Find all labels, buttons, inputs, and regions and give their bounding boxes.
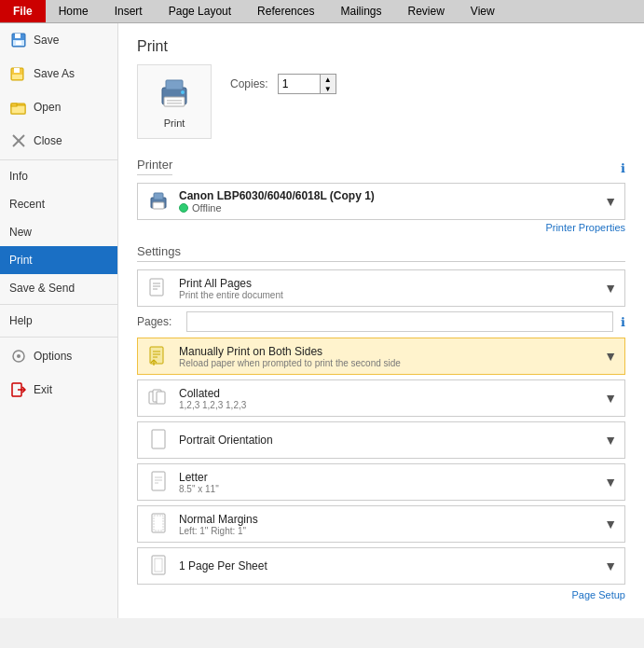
pages-per-sheet-arrow: ▼ (604, 558, 617, 573)
svg-rect-5 (14, 68, 20, 73)
settings-section-title: Settings (137, 244, 625, 262)
save-as-icon (9, 64, 28, 83)
page-setup-link[interactable]: Page Setup (137, 589, 625, 600)
page-title: Print (137, 38, 625, 55)
collated-icon (145, 385, 171, 411)
print-all-pages-arrow: ▼ (604, 281, 617, 296)
tab-review[interactable]: Review (394, 0, 457, 22)
margins-arrow: ▼ (604, 517, 617, 531)
setting-orientation[interactable]: Portrait Orientation ▼ (137, 421, 625, 459)
sidebar-divider-2 (0, 304, 117, 305)
content-area: Print Print Copies: (118, 23, 644, 618)
print-btn-label: Print (164, 117, 185, 129)
margins-page-icon (150, 513, 167, 535)
printer-info-icon[interactable]: ℹ (621, 161, 625, 175)
open-icon (9, 98, 28, 117)
pages-input[interactable] (186, 311, 613, 332)
pages-info-icon[interactable]: ℹ (621, 315, 625, 329)
manually-print-text: Manually Print on Both Sides Reload pape… (179, 345, 596, 368)
print-all-pages-text: Print All Pages Print the entire documen… (179, 277, 596, 300)
orientation-title: Portrait Orientation (179, 434, 596, 447)
print-button[interactable]: Print (137, 64, 212, 139)
collated-title: Collated (179, 387, 596, 400)
pages-per-sheet-text: 1 Page Per Sheet (179, 559, 596, 572)
close-icon (9, 131, 28, 150)
copies-input[interactable] (279, 76, 320, 92)
sidebar-label-recent: Recent (9, 198, 45, 211)
orientation-text: Portrait Orientation (179, 434, 596, 447)
printer-info: Canon LBP6030/6040/6018L (Copy 1) Offlin… (179, 189, 596, 214)
print-all-pages-title: Print All Pages (179, 277, 596, 290)
main-layout: Save Save As Open (0, 23, 644, 618)
orientation-icon (145, 427, 171, 453)
sidebar-item-recent[interactable]: Recent (0, 190, 117, 218)
setting-pages-per-sheet[interactable]: 1 Page Per Sheet ▼ (137, 547, 625, 585)
svg-rect-17 (166, 80, 183, 90)
printer-selector[interactable]: Canon LBP6030/6040/6018L (Copy 1) Offlin… (137, 183, 625, 220)
setting-manually-print[interactable]: Manually Print on Both Sides Reload pape… (137, 338, 625, 375)
sidebar-item-print[interactable]: Print (0, 246, 117, 274)
paper-size-icon (145, 469, 171, 495)
tab-file[interactable]: File (0, 0, 46, 22)
copies-section: Copies: ▲ ▼ (230, 64, 336, 94)
setting-margins[interactable]: Normal Margins Left: 1" Right: 1" ▼ (137, 505, 625, 543)
options-icon (9, 347, 28, 365)
sidebar-label-info: Info (9, 170, 28, 183)
save-icon (9, 31, 28, 49)
printer-status-text: Offline (192, 202, 222, 214)
svg-rect-25 (150, 279, 163, 296)
tab-insert[interactable]: Insert (102, 0, 156, 22)
sidebar-label-save: Save (34, 34, 59, 47)
svg-rect-20 (167, 103, 182, 104)
setting-collated[interactable]: Collated 1,2,3 1,2,3 1,2,3 ▼ (137, 379, 625, 417)
tab-references[interactable]: References (244, 0, 327, 22)
printer-properties-link[interactable]: Printer Properties (137, 222, 625, 233)
sidebar-item-options[interactable]: Options (0, 339, 117, 373)
sidebar-item-save[interactable]: Save (0, 23, 117, 57)
sidebar-item-open[interactable]: Open (0, 90, 117, 124)
printer-dropdown-arrow: ▼ (604, 194, 617, 209)
portrait-icon (150, 429, 167, 451)
pages-icon (148, 277, 169, 299)
paper-size-text: Letter 8.5" x 11" (179, 471, 596, 494)
svg-rect-9 (11, 103, 17, 106)
tab-mailings[interactable]: Mailings (327, 0, 394, 22)
svg-rect-19 (167, 100, 182, 102)
printer-status-row: Offline (179, 202, 596, 214)
svg-rect-3 (16, 41, 21, 45)
sidebar-item-new[interactable]: New (0, 218, 117, 246)
status-dot (179, 203, 188, 213)
sidebar-divider-3 (0, 337, 117, 338)
sidebar-item-close[interactable]: Close (0, 124, 117, 158)
setting-print-all-pages[interactable]: Print All Pages Print the entire documen… (137, 269, 625, 307)
copies-decrement-button[interactable]: ▼ (321, 84, 336, 93)
tab-page-layout[interactable]: Page Layout (156, 0, 244, 22)
svg-rect-24 (153, 202, 164, 209)
sidebar-item-help[interactable]: Help (0, 307, 117, 335)
sidebar-item-info[interactable]: Info (0, 162, 117, 190)
margins-icon (145, 511, 171, 537)
tab-view[interactable]: View (458, 0, 508, 22)
paper-size-title: Letter (179, 471, 596, 484)
svg-rect-36 (157, 392, 165, 404)
svg-rect-1 (15, 34, 21, 38)
sidebar-item-save-as[interactable]: Save As (0, 57, 117, 90)
svg-rect-38 (152, 472, 165, 490)
printer-section: Printer ℹ Canon LBP6030/6040/6018L (Copy… (137, 154, 625, 233)
sidebar-item-exit[interactable]: Exit (0, 373, 117, 407)
printer-name: Canon LBP6030/6040/6018L (Copy 1) (179, 189, 596, 202)
copies-spinner: ▲ ▼ (320, 75, 336, 93)
sidebar-item-save-and-send[interactable]: Save & Send (0, 274, 117, 302)
copies-increment-button[interactable]: ▲ (321, 75, 336, 84)
tab-home[interactable]: Home (46, 0, 102, 22)
printer-header: Printer ℹ (137, 154, 625, 183)
svg-point-13 (17, 354, 21, 358)
one-page-icon (150, 555, 167, 577)
duplex-icon (148, 345, 169, 367)
setting-paper-size[interactable]: Letter 8.5" x 11" ▼ (137, 463, 625, 501)
pages-per-sheet-icon (145, 553, 171, 579)
svg-rect-23 (154, 193, 163, 200)
manually-print-arrow: ▼ (604, 349, 617, 364)
pages-label: Pages: (137, 315, 179, 328)
paper-size-arrow: ▼ (604, 475, 617, 489)
